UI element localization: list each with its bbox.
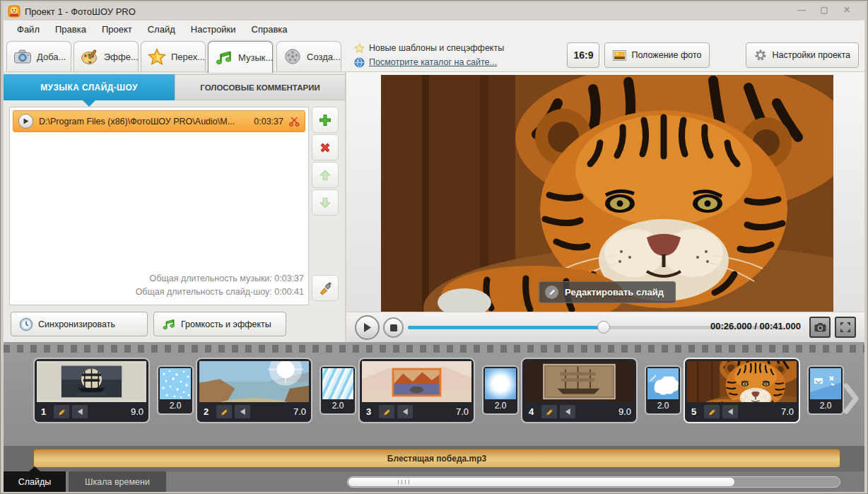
fullscreen-button[interactable] xyxy=(835,317,856,338)
music-track-item[interactable]: D:\Program Files (x86)\ФотоШОУ PRO\Audio… xyxy=(13,110,305,132)
move-down-button[interactable] xyxy=(312,189,339,216)
tab-create[interactable]: Созда... xyxy=(276,41,341,71)
music-track-list[interactable]: D:\Program Files (x86)\ФотоШОУ PRO\Audio… xyxy=(9,107,309,305)
tab-slides-view[interactable]: Слайды xyxy=(4,471,66,492)
transition-3[interactable]: 2.0 xyxy=(482,365,519,415)
photo-position-button[interactable]: Положение фото xyxy=(604,42,710,68)
music-note-icon xyxy=(162,317,176,331)
slide-edit-button[interactable] xyxy=(54,405,69,418)
pencil-icon xyxy=(57,407,66,417)
catalog-link[interactable]: Посмотрите каталог на сайте... xyxy=(369,57,497,67)
camera-icon xyxy=(13,48,32,65)
slide-edit-button[interactable] xyxy=(541,405,557,418)
speaker-icon xyxy=(726,407,735,416)
tab-effects[interactable]: Эффе... xyxy=(74,41,139,71)
arrow-up-icon xyxy=(319,169,332,182)
clock-icon xyxy=(19,317,33,331)
slide-duration: 9.0 xyxy=(131,406,143,417)
menu-slide[interactable]: Слайд xyxy=(140,22,183,37)
add-track-button[interactable] xyxy=(312,107,339,133)
edit-slide-button[interactable]: Редактировать слайд xyxy=(539,281,676,303)
minimize-button[interactable]: — xyxy=(794,5,809,16)
track-duration: 0:03:37 xyxy=(254,117,283,127)
slide-2[interactable]: 2 7.0 xyxy=(196,358,312,423)
aspect-ratio-button[interactable]: 16:9 xyxy=(567,42,599,68)
slide-1[interactable]: 1 9.0 xyxy=(33,358,150,423)
tab-add-photos[interactable]: Доба... xyxy=(6,41,71,71)
menu-project[interactable]: Проект xyxy=(94,22,140,37)
tab-label: Эффе... xyxy=(104,52,139,62)
delete-x-icon xyxy=(319,141,332,154)
slide-sound-button[interactable] xyxy=(72,405,88,418)
play-button[interactable] xyxy=(355,315,380,340)
app-window: Проект 1 - ФотоШОУ PRO — ▢ ✕ Файл Правка… xyxy=(0,0,868,494)
photo-position-label: Положение фото xyxy=(631,50,701,60)
edit-slide-label: Редактировать слайд xyxy=(565,287,664,298)
play-icon xyxy=(23,118,29,124)
speaker-icon xyxy=(401,407,410,416)
menu-file[interactable]: Файл xyxy=(9,22,47,37)
speaker-icon xyxy=(563,407,573,416)
slide-duration: 9.0 xyxy=(618,406,631,417)
audio-clip[interactable]: Блестящая победа.mp3 xyxy=(33,449,840,468)
slide-sound-button[interactable] xyxy=(722,405,738,418)
maximize-button[interactable]: ▢ xyxy=(816,5,832,16)
transition-5[interactable]: 2.0 xyxy=(807,365,844,415)
slide-3[interactable]: 3 7.0 xyxy=(358,358,475,423)
synchronize-button[interactable]: Синхронизировать xyxy=(11,312,148,336)
scrollbar-grip xyxy=(398,480,409,484)
star-icon xyxy=(148,48,166,65)
slide-edit-button[interactable] xyxy=(704,405,720,418)
slide-1-thumbnail xyxy=(37,361,146,402)
close-button[interactable]: ✕ xyxy=(839,5,855,16)
stop-button[interactable] xyxy=(383,317,404,338)
timeline-strip: 1 9.0 2.0 2 7.0 2.0 xyxy=(4,342,864,446)
volume-effects-button[interactable]: Громкость и эффекты xyxy=(153,312,286,336)
slide-edit-button[interactable] xyxy=(379,405,394,418)
photo-icon xyxy=(613,50,626,61)
slide-sound-button[interactable] xyxy=(397,405,413,418)
slide-5[interactable]: 5 7.0 xyxy=(684,358,800,423)
tab-slideshow-music-label: МУЗЫКА СЛАЙД-ШОУ xyxy=(40,83,138,93)
slide-4-thumbnail xyxy=(524,361,634,402)
timeline-scrollbar[interactable] xyxy=(347,476,840,488)
tab-music[interactable]: Музык... xyxy=(208,41,273,73)
scissors-icon[interactable] xyxy=(289,116,300,127)
play-icon xyxy=(363,322,372,333)
slide-4[interactable]: 4 9.0 xyxy=(521,358,638,423)
speaker-icon xyxy=(238,407,247,416)
timeline-scroll-right-button[interactable] xyxy=(843,383,859,417)
snapshot-button[interactable] xyxy=(809,317,831,338)
delete-track-button[interactable] xyxy=(312,134,339,160)
tab-time-scale-view[interactable]: Шкала времени xyxy=(69,471,166,492)
track-play-button[interactable] xyxy=(18,114,33,129)
menu-settings[interactable]: Настройки xyxy=(183,22,244,37)
project-settings-button[interactable]: Настройки проекта xyxy=(746,42,859,68)
tab-slideshow-music[interactable]: МУЗЫКА СЛАЙД-ШОУ xyxy=(4,74,175,100)
slide-number: 3 xyxy=(366,406,376,417)
slide-edit-button[interactable] xyxy=(216,405,232,418)
title-bar: Проект 1 - ФотоШОУ PRO — ▢ ✕ xyxy=(4,4,864,20)
tab-label: Перех... xyxy=(171,52,205,62)
slide-duration: 7.0 xyxy=(293,406,306,417)
player-controls: 00:26.000 / 00:41.000 xyxy=(346,312,864,342)
timeline-scrollbar-thumb[interactable] xyxy=(348,478,734,486)
slide-5-thumbnail xyxy=(687,361,797,402)
clear-list-button[interactable] xyxy=(312,275,339,301)
menu-help[interactable]: Справка xyxy=(244,22,295,37)
move-up-button[interactable] xyxy=(312,162,339,188)
tab-slides-label: Слайды xyxy=(18,477,52,487)
tab-voice-comments[interactable]: ГОЛОСОВЫЕ КОММЕНТАРИИ xyxy=(175,74,346,100)
transition-1[interactable]: 2.0 xyxy=(157,365,194,415)
menu-edit[interactable]: Правка xyxy=(47,22,94,37)
transition-4[interactable]: 2.0 xyxy=(645,365,681,415)
speaker-icon xyxy=(76,407,85,416)
slide-sound-button[interactable] xyxy=(235,405,250,418)
seek-handle[interactable] xyxy=(597,321,610,334)
transition-1-thumbnail xyxy=(160,368,191,399)
tab-transitions[interactable]: Перех... xyxy=(141,41,206,71)
transition-2[interactable]: 2.0 xyxy=(319,365,356,415)
transition-duration: 2.0 xyxy=(322,399,353,412)
total-music-duration: Общая длительность музыки: 0:03:37 xyxy=(136,272,304,286)
slide-sound-button[interactable] xyxy=(560,405,575,418)
